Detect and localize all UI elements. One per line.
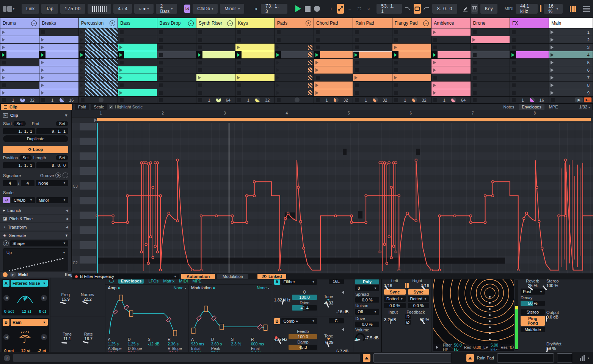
empty-clip-slot[interactable] [118, 28, 157, 36]
output-meter-icon[interactable] [580, 355, 585, 361]
clip-stop-button[interactable] [277, 30, 281, 34]
empty-clip-slot[interactable] [235, 36, 274, 43]
clip-stop-button[interactable] [433, 38, 437, 42]
draw-mode-button[interactable] [462, 4, 469, 14]
clip-slot[interactable] [235, 51, 274, 58]
mix-b-pan-field[interactable]: C [329, 318, 344, 323]
clip-slot[interactable] [314, 82, 353, 89]
clip-slot[interactable] [275, 82, 314, 89]
echo-hp-field[interactable]: 50.0 Hz [454, 343, 461, 351]
nudge-buttons[interactable] [88, 4, 111, 14]
clip-launch-button[interactable] [0, 36, 6, 43]
clip-slot[interactable] [314, 66, 353, 74]
filter-b-type-menu[interactable]: Comb +▼ [281, 318, 317, 324]
clip-launch-button[interactable] [314, 89, 320, 96]
mod-attack[interactable]: 939 ms [191, 342, 210, 346]
clip-launch-button[interactable] [39, 36, 45, 43]
loop-start-marker[interactable] [94, 118, 97, 122]
clip-body[interactable] [6, 74, 39, 81]
clip-launch-button[interactable] [79, 28, 85, 36]
set-length-button[interactable]: Set [56, 155, 68, 160]
track-list-icon[interactable]: ≡ [110, 20, 115, 26]
clip-slot[interactable] [235, 44, 274, 51]
clip-stop-button[interactable] [198, 46, 202, 49]
voice-count-menu[interactable]: 8▼ [355, 285, 379, 291]
clip-body[interactable] [45, 89, 78, 96]
empty-clip-slot[interactable] [157, 74, 196, 81]
duplicate-button[interactable]: Duplicate [3, 135, 68, 142]
empty-clip-slot[interactable] [510, 74, 549, 81]
clip-stop-button[interactable] [473, 53, 477, 57]
clip-slot[interactable] [79, 82, 118, 89]
clip-end-field[interactable]: 9. 1. 1 [36, 128, 68, 134]
echo-right-mode-menu[interactable]: Dotted▼ [408, 296, 430, 302]
window-controls[interactable]: ▾ [3, 6, 14, 12]
clip-stop-button[interactable] [355, 38, 359, 42]
clip-launch-button[interactable] [79, 66, 85, 74]
poly-button[interactable]: Poly [355, 279, 379, 284]
clip-body[interactable] [320, 89, 353, 96]
mix-b-level-handle[interactable] [342, 328, 344, 331]
clip-stop-button[interactable] [473, 61, 477, 64]
track-stop-button[interactable] [41, 98, 45, 102]
clip-stop-button[interactable] [394, 38, 398, 42]
clip-launch-button[interactable] [353, 74, 359, 81]
track-chevron-icon[interactable]: ▾ [31, 20, 37, 26]
clip-launch-button[interactable] [275, 44, 281, 51]
clip-stop-button[interactable] [159, 68, 163, 72]
clip-stop-button[interactable] [512, 68, 516, 72]
clip-playing-button[interactable] [275, 51, 281, 58]
loop-button[interactable]: ⟳ Loop [3, 146, 68, 153]
clip-body[interactable] [6, 89, 39, 96]
empty-clip-slot[interactable] [196, 28, 235, 36]
play-button[interactable] [295, 4, 302, 14]
clip-playing-button[interactable] [510, 51, 516, 58]
clip-slot[interactable] [118, 66, 157, 74]
collapse-icon[interactable]: ▼ [64, 113, 68, 118]
clip-launch-button[interactable] [431, 89, 438, 96]
clip-slot[interactable] [39, 82, 78, 89]
clip-launch-button[interactable] [118, 44, 124, 51]
empty-clip-slot[interactable] [0, 59, 39, 66]
scene-slot[interactable]: 4 [549, 51, 593, 58]
clip-body[interactable] [320, 59, 353, 66]
scale-mode-button[interactable]: ♭♯ [184, 5, 190, 13]
grid-interval-menu[interactable]: 1/32 ▾ [579, 105, 590, 109]
clip-playing-button[interactable] [235, 51, 242, 58]
clip-slot[interactable] [431, 82, 470, 89]
empty-clip-slot[interactable] [275, 36, 314, 43]
device-overview-toggle[interactable] [466, 354, 474, 362]
punch-in-icon[interactable] [404, 4, 411, 14]
engine-b-next-button[interactable]: ▶ [41, 334, 47, 340]
clip-launch-button[interactable] [314, 66, 320, 74]
clip-stop-button[interactable] [355, 30, 359, 34]
clip-launch-button[interactable] [431, 28, 438, 36]
clip-body[interactable] [359, 51, 392, 58]
track-header[interactable]: Flangy Pad▾ [392, 18, 431, 28]
clip-body[interactable] [85, 36, 118, 43]
clip-launch-button[interactable] [275, 89, 281, 96]
clip-start-field[interactable]: 1. 1. 1 [3, 128, 35, 134]
echo-play-icon[interactable] [436, 346, 438, 349]
track-stop-button[interactable] [277, 98, 281, 102]
clip-playing-button[interactable] [196, 51, 202, 58]
amp-sustain[interactable]: -12 dB [148, 342, 166, 346]
meld-title[interactable]: Meld [18, 272, 28, 277]
clip-slot[interactable] [79, 44, 118, 51]
section-transform[interactable]: ◔Transform◀ [0, 223, 71, 231]
clip-playing-button[interactable] [314, 51, 320, 58]
empty-clip-slot[interactable] [196, 36, 235, 43]
clip-slot[interactable] [0, 89, 39, 96]
clip-slot[interactable] [0, 36, 39, 43]
empty-clip-slot[interactable] [353, 66, 392, 74]
empty-clip-slot[interactable] [471, 74, 510, 81]
clip-launch-button[interactable] [235, 74, 242, 81]
clip-slot[interactable] [0, 74, 39, 81]
clip-slot[interactable] [275, 59, 314, 66]
set-end-button[interactable]: Set [56, 121, 68, 126]
mod-decay[interactable]: 3.69 s [211, 342, 230, 346]
clip-slot[interactable] [392, 74, 431, 81]
re-enable-automation-button[interactable]: ← [346, 4, 353, 14]
clip-launch-button[interactable] [39, 66, 45, 74]
track-stop-button[interactable] [433, 98, 437, 102]
